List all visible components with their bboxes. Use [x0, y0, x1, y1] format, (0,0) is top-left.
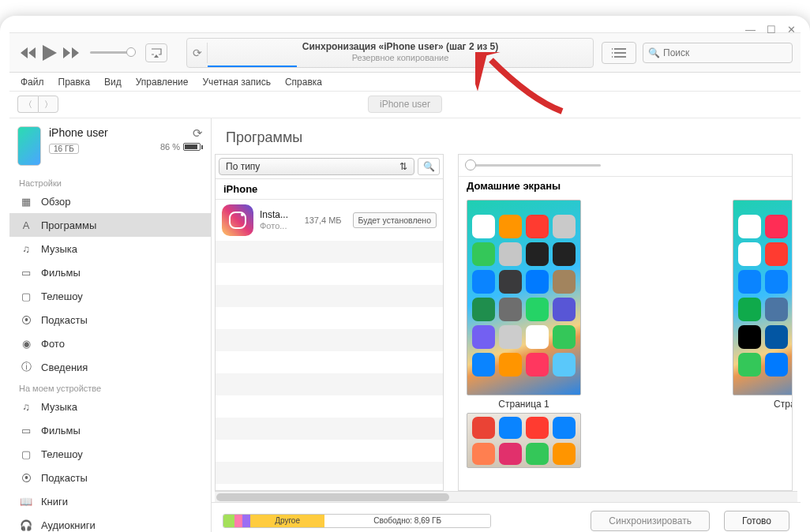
volume-slider[interactable]: [90, 51, 131, 54]
app-icon[interactable]: [472, 353, 495, 377]
app-icon[interactable]: [472, 215, 495, 238]
menu-help[interactable]: Справка: [285, 77, 322, 88]
play-button[interactable]: [43, 45, 57, 61]
prev-track-button[interactable]: [21, 47, 36, 59]
app-name: Insta...: [260, 209, 298, 220]
menu-edit[interactable]: Правка: [58, 77, 91, 88]
app-icon[interactable]: [765, 242, 788, 266]
app-icon[interactable]: [526, 353, 549, 377]
app-icon[interactable]: [526, 242, 549, 266]
sidebar-item[interactable]: 🎧Аудиокниги: [9, 513, 211, 532]
app-icon[interactable]: [472, 325, 495, 349]
zoom-slider[interactable]: [467, 164, 601, 167]
breadcrumb[interactable]: iPhone user: [368, 96, 442, 113]
sidebar-icon: ⓘ: [19, 360, 33, 374]
app-icon[interactable]: [738, 215, 761, 238]
app-icon[interactable]: [765, 215, 788, 238]
app-icon[interactable]: [472, 242, 495, 266]
app-icon[interactable]: [499, 417, 522, 439]
apps-list-panel: По типу⇅ 🔍 iPhone Insta... Фото... 137,4…: [215, 154, 444, 491]
home-page-2[interactable]: Страни: [733, 200, 792, 485]
app-icon[interactable]: [738, 242, 761, 266]
app-icon[interactable]: [499, 215, 522, 238]
sidebar-item[interactable]: ▢Телешоу: [9, 284, 211, 308]
app-size: 137,4 МБ: [305, 215, 342, 225]
search-field[interactable]: 🔍: [643, 43, 793, 63]
window-maximize[interactable]: ☐: [767, 24, 776, 36]
app-icon[interactable]: [765, 270, 788, 294]
app-icon[interactable]: [499, 298, 522, 321]
app-icon[interactable]: [526, 325, 549, 349]
app-icon[interactable]: [553, 443, 576, 465]
app-icon[interactable]: [553, 242, 576, 266]
app-icon[interactable]: [472, 298, 495, 321]
app-action-button[interactable]: Будет установлено: [353, 212, 437, 228]
sidebar-item[interactable]: ⦿Подкасты: [9, 308, 211, 332]
sync-icon[interactable]: ⟳: [193, 126, 203, 140]
horizontal-scrollbar[interactable]: [215, 491, 797, 502]
app-icon[interactable]: [553, 298, 576, 321]
app-icon[interactable]: [553, 325, 576, 349]
app-icon[interactable]: [738, 298, 761, 321]
home-page-1[interactable]: Страница 1: [467, 200, 581, 485]
app-icon[interactable]: [499, 325, 522, 349]
app-icon[interactable]: [738, 270, 761, 294]
sync-button[interactable]: Синхронизировать: [591, 511, 710, 531]
app-icon[interactable]: [499, 270, 522, 294]
app-icon[interactable]: [526, 270, 549, 294]
app-icon[interactable]: [553, 353, 576, 377]
sidebar-item[interactable]: ▭Фильмы: [9, 418, 211, 442]
app-icon[interactable]: [472, 270, 495, 294]
app-icon[interactable]: [526, 298, 549, 321]
sidebar-item[interactable]: ◉Фото: [9, 332, 211, 355]
next-track-button[interactable]: [63, 47, 79, 59]
done-button[interactable]: Готово: [724, 511, 789, 531]
refresh-icon[interactable]: ⟳: [187, 43, 208, 63]
status-panel: ⟳ Синхронизация «iPhone user» (шаг 2 из …: [186, 38, 594, 68]
app-row[interactable]: Insta... Фото... 137,4 МБ Будет установл…: [216, 200, 443, 241]
sidebar-item[interactable]: ▭Фильмы: [9, 260, 211, 284]
nav-forward-button[interactable]: 〉: [38, 96, 58, 113]
sidebar-item[interactable]: ♫Музыка: [9, 395, 211, 418]
app-icon[interactable]: [499, 443, 522, 465]
app-icon[interactable]: [472, 417, 495, 439]
app-icon[interactable]: [738, 353, 761, 377]
sidebar-item[interactable]: ▢Телешоу: [9, 442, 211, 466]
sort-dropdown[interactable]: По типу⇅: [219, 158, 414, 175]
app-icon[interactable]: [526, 443, 549, 465]
app-icon[interactable]: [738, 325, 761, 349]
airplay-button[interactable]: [145, 43, 167, 62]
app-icon[interactable]: [765, 298, 788, 321]
menu-file[interactable]: Файл: [21, 77, 44, 88]
sidebar-icon: ▢: [19, 289, 33, 303]
list-view-button[interactable]: [602, 42, 636, 64]
app-icon[interactable]: [553, 270, 576, 294]
sidebar-item[interactable]: 📖Книги: [9, 489, 211, 513]
app-icon[interactable]: [765, 353, 788, 377]
sidebar-cat-settings: Настройки: [9, 174, 211, 189]
app-icon[interactable]: [765, 325, 788, 349]
chevron-updown-icon: ⇅: [399, 161, 407, 172]
app-icon[interactable]: [499, 353, 522, 377]
sidebar-item[interactable]: ♫Музыка: [9, 237, 211, 260]
app-icon[interactable]: [553, 417, 576, 439]
search-icon: 🔍: [648, 47, 660, 58]
sidebar-item[interactable]: AПрограммы: [9, 213, 211, 237]
sidebar-item[interactable]: ⓘСведения: [9, 355, 211, 379]
menu-account[interactable]: Учетная запись: [203, 77, 271, 88]
menu-controls[interactable]: Управление: [136, 77, 189, 88]
nav-back-button[interactable]: 〈: [17, 96, 38, 113]
apps-search-icon[interactable]: 🔍: [418, 158, 440, 175]
sidebar-item[interactable]: ▦Обзор: [9, 189, 211, 213]
search-input[interactable]: [663, 47, 787, 58]
window-minimize[interactable]: —: [745, 24, 756, 36]
app-icon[interactable]: [472, 443, 495, 465]
app-icon[interactable]: [553, 215, 576, 238]
apps-group-header: iPhone: [216, 179, 443, 200]
app-icon[interactable]: [526, 215, 549, 238]
menu-view[interactable]: Вид: [104, 77, 122, 88]
sidebar-item[interactable]: ⦿Подкасты: [9, 466, 211, 489]
window-close[interactable]: ✕: [787, 24, 796, 36]
app-icon[interactable]: [499, 242, 522, 266]
app-icon[interactable]: [526, 417, 549, 439]
